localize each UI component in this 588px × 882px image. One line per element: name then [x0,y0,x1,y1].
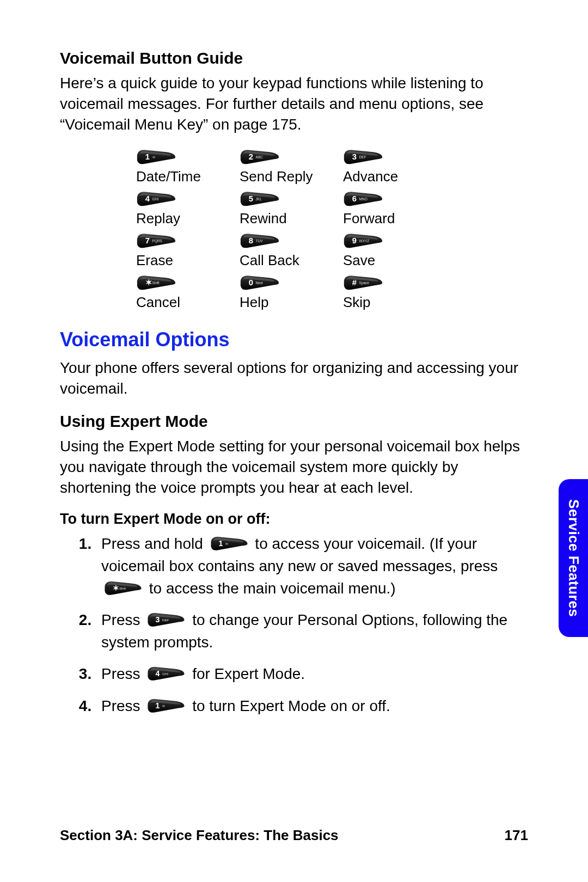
svg-text:MNO: MNO [359,197,367,201]
keypad-cell: #SpaceSkip [343,273,441,315]
step-4-text-a: Press [101,697,144,714]
svg-text:TUV: TUV [256,239,264,243]
key-1-icon: 1✉ [210,536,249,552]
step-2: Press 3DEF to change your Personal Optio… [96,609,528,653]
key-label: Send Reply [240,168,338,185]
page-footer: Section 3A: Service Features: The Basics… [60,827,528,844]
toggle-heading: To turn Expert Mode on or off: [60,511,528,528]
side-tab: Service Features [559,479,588,637]
svg-text:#: # [352,278,357,287]
svg-text:JKL: JKL [256,197,262,201]
svg-text:WXYZ: WXYZ [359,239,370,243]
keypad-cell: 6MNOForward [343,189,441,231]
svg-text:✉: ✉ [162,704,165,708]
keypad-cell: 1✉Date/Time [136,148,234,189]
svg-text:3: 3 [352,152,357,161]
svg-text:4: 4 [156,669,160,678]
step-3: Press 4GHI for Expert Mode. [96,663,528,685]
step-1: Press and hold 1✉ to access your voicema… [96,533,528,599]
svg-text:✉: ✉ [225,542,228,546]
key-star-icon: ✶Shift [103,580,143,597]
svg-text:DEF: DEF [359,155,366,159]
expert-intro: Using the Expert Mode setting for your p… [60,436,528,498]
step-3-text-a: Press [101,665,144,682]
key-8-icon: 8TUV [240,232,280,250]
svg-text:2: 2 [249,152,253,161]
key-9-icon: 9WXYZ [343,232,383,250]
svg-text:Shift: Shift [152,281,160,285]
options-intro: Your phone offers several options for or… [60,358,528,399]
key-label: Rewind [240,210,338,227]
svg-text:Next: Next [256,281,264,285]
keypad-cell: ✶ShiftCancel [136,273,234,315]
key-0-icon: 0Next [240,274,280,292]
keypad-cell: 8TUVCall Back [240,231,338,273]
key-label: Call Back [240,252,338,269]
page-content: Voicemail Button Guide Here’s a quick gu… [0,0,588,760]
step-4-text-b: to turn Expert Mode on or off. [192,697,390,714]
key-4-icon: 4GHI [146,666,186,682]
keypad-cell: 5JKLRewind [240,189,338,231]
svg-text:1: 1 [218,539,223,548]
footer-section: Section 3A: Service Features: The Basics [60,827,339,844]
key-4-icon: 4GHI [136,191,176,208]
key-3-icon: 3DEF [343,149,383,166]
step-3-text-b: for Expert Mode. [192,665,305,682]
svg-text:✉: ✉ [152,155,155,159]
svg-text:DEF: DEF [162,618,169,622]
svg-text:9: 9 [352,236,357,245]
svg-text:Space: Space [359,281,370,285]
key-label: Save [343,252,441,269]
svg-text:1: 1 [145,152,150,161]
key-2-icon: 2ABC [240,149,280,166]
keypad-cell: 9WXYZSave [343,231,441,273]
key-label: Replay [136,210,234,227]
keypad-cell: 3DEFAdvance [343,148,441,189]
svg-text:1: 1 [156,701,160,709]
svg-text:8: 8 [249,236,253,245]
step-1-text-c: to access the main voicemail menu.) [149,580,396,597]
step-2-text-a: Press [101,611,144,628]
key-label: Cancel [136,294,234,311]
svg-text:✶: ✶ [113,583,119,592]
svg-text:Shift: Shift [119,586,126,590]
key-1-icon: 1✉ [136,149,176,166]
keypad-cell: 0NextHelp [240,273,338,315]
svg-text:0: 0 [249,278,253,287]
key-1b-icon: 1✉ [146,698,186,714]
key-label: Forward [343,210,441,227]
svg-text:6: 6 [352,194,357,203]
keypad-cell: 4GHIReplay [136,189,234,231]
svg-text:3: 3 [156,615,160,624]
svg-text:4: 4 [145,194,150,203]
key-3-icon: 3DEF [146,612,186,628]
svg-text:5: 5 [249,194,253,203]
svg-text:GHI: GHI [152,197,159,201]
key-✶-icon: ✶Shift [136,274,176,292]
key-label: Skip [343,294,441,311]
steps-list: Press and hold 1✉ to access your voicema… [60,533,528,717]
key-label: Advance [343,168,441,185]
keypad-cell: 7PQRSErase [136,231,234,273]
key-label: Erase [136,252,234,269]
keypad-grid: 1✉Date/Time2ABCSend Reply3DEFAdvance4GHI… [136,148,528,315]
keypad-cell: 2ABCSend Reply [240,148,338,189]
intro-text: Here’s a quick guide to your keypad func… [60,73,528,134]
key-label: Help [240,294,338,311]
heading-voicemail-options: Voicemail Options [60,328,528,351]
svg-text:PQRS: PQRS [152,239,163,243]
step-1-text-a: Press and hold [101,535,207,552]
key-6-icon: 6MNO [343,191,383,208]
key-5-icon: 5JKL [240,191,280,208]
svg-text:7: 7 [145,236,150,245]
svg-text:GHI: GHI [162,672,168,676]
side-tab-label: Service Features [565,499,582,617]
footer-page-number: 171 [505,827,528,844]
key-7-icon: 7PQRS [136,232,176,250]
heading-button-guide: Voicemail Button Guide [60,49,528,68]
svg-text:✶: ✶ [145,278,152,287]
heading-expert-mode: Using Expert Mode [60,412,528,431]
key-#-icon: #Space [343,274,383,292]
step-4: Press 1✉ to turn Expert Mode on or off. [96,695,528,718]
key-label: Date/Time [136,168,234,185]
